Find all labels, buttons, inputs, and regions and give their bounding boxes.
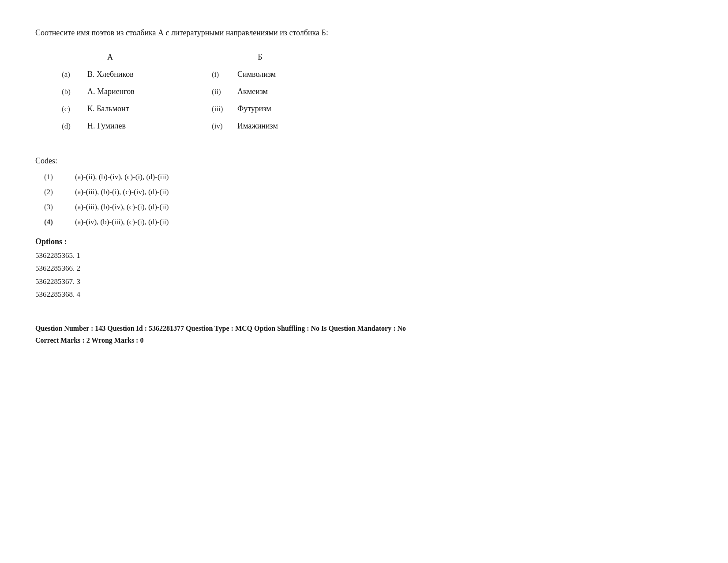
code-row-1: (1) (a)-(ii), (b)-(iv), (c)-(i), (d)-(ii…	[44, 173, 693, 181]
options-section: Options : 5362285365. 1 5362285366. 2 53…	[35, 237, 693, 300]
code-number-4: (4)	[44, 218, 62, 227]
code-value-1: (a)-(ii), (b)-(iv), (c)-(i), (d)-(iii)	[75, 173, 169, 181]
column-b-row-4: (iv) Имажинизм	[212, 121, 309, 131]
column-b-row-3: (iii) Футуризм	[212, 104, 309, 113]
column-b-row-1: (i) Символизм	[212, 70, 309, 79]
col-b-value-2: Акмеизм	[237, 87, 268, 96]
option-2: 5362285366. 2	[35, 263, 693, 274]
col-a-value-2: А. Мариенгов	[87, 87, 135, 96]
col-b-label-2: (ii)	[212, 87, 229, 96]
column-b-header: Б	[212, 53, 309, 62]
code-number-1: (1)	[44, 173, 62, 181]
option-3: 5362285367. 3	[35, 276, 693, 287]
matching-table: А (a) В. Хлебников (b) А. Мариенгов (c) …	[62, 53, 693, 139]
code-row-3: (3) (a)-(iii), (b)-(iv), (c)-(i), (d)-(i…	[44, 203, 693, 212]
code-value-2: (a)-(iii), (b)-(i), (c)-(iv), (d)-(ii)	[75, 188, 169, 196]
options-title: Options :	[35, 237, 693, 246]
code-row-4: (4) (a)-(iv), (b)-(iii), (c)-(i), (d)-(i…	[44, 218, 693, 227]
col-b-value-1: Символизм	[237, 70, 276, 79]
col-b-value-3: Футуризм	[237, 104, 271, 113]
col-a-label-1: (a)	[62, 70, 79, 79]
col-a-value-1: В. Хлебников	[87, 70, 134, 79]
column-a-row-2: (b) А. Мариенгов	[62, 87, 159, 96]
codes-section: Codes: (1) (a)-(ii), (b)-(iv), (c)-(i), …	[35, 156, 693, 227]
column-b-row-2: (ii) Акмеизм	[212, 87, 309, 96]
column-a: А (a) В. Хлебников (b) А. Мариенгов (c) …	[62, 53, 159, 139]
column-a-row-4: (d) Н. Гумилев	[62, 121, 159, 131]
meta-line-1: Question Number : 143 Question Id : 5362…	[35, 322, 477, 334]
code-number-2: (2)	[44, 188, 62, 196]
option-1: 5362285365. 1	[35, 250, 693, 261]
col-a-value-4: Н. Гумилев	[87, 121, 126, 131]
code-value-3: (a)-(iii), (b)-(iv), (c)-(i), (d)-(ii)	[75, 203, 169, 212]
question-instruction: Соотнесите имя поэтов из столбика А с ли…	[35, 26, 432, 39]
meta-line-2: Correct Marks : 2 Wrong Marks : 0	[35, 334, 477, 346]
code-value-4: (a)-(iv), (b)-(iii), (c)-(i), (d)-(ii)	[75, 218, 169, 227]
col-b-label-1: (i)	[212, 70, 229, 79]
question-meta: Question Number : 143 Question Id : 5362…	[35, 322, 477, 346]
col-a-label-3: (c)	[62, 105, 79, 113]
code-row-2: (2) (a)-(iii), (b)-(i), (c)-(iv), (d)-(i…	[44, 188, 693, 196]
col-a-value-3: К. Бальмонт	[87, 104, 129, 113]
column-b: Б (i) Символизм (ii) Акмеизм (iii) Футур…	[212, 53, 309, 139]
codes-title: Codes:	[35, 156, 693, 166]
col-a-label-4: (d)	[62, 122, 79, 131]
col-b-label-3: (iii)	[212, 105, 229, 113]
col-b-label-4: (iv)	[212, 122, 229, 131]
column-a-row-1: (a) В. Хлебников	[62, 70, 159, 79]
column-a-header: А	[62, 53, 159, 62]
col-a-label-2: (b)	[62, 87, 79, 96]
column-a-row-3: (c) К. Бальмонт	[62, 104, 159, 113]
code-number-3: (3)	[44, 203, 62, 212]
col-b-value-4: Имажинизм	[237, 121, 278, 131]
option-4: 5362285368. 4	[35, 289, 693, 300]
